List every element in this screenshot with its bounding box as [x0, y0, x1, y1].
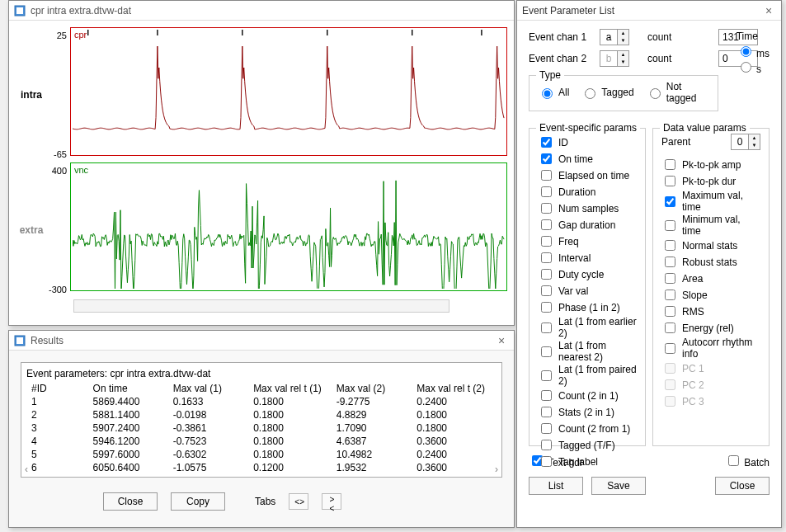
svg-rect-1	[16, 7, 23, 14]
param-titlebar[interactable]: Event Parameter List ×	[517, 1, 781, 21]
param-checkbox: PC 2	[661, 377, 760, 393]
param-checkbox[interactable]: Area	[661, 271, 760, 286]
param-checkbox[interactable]: Count (2 in 1)	[538, 388, 637, 403]
col-header: Max val rel t (1)	[250, 383, 332, 394]
tabs-narrow-button[interactable]: <>	[289, 493, 308, 510]
svg-rect-9	[16, 337, 23, 344]
col-header: Max val (1)	[170, 383, 248, 394]
results-titlebar[interactable]: Results ×	[9, 331, 514, 351]
param-checkbox[interactable]: Tag label	[538, 454, 637, 469]
up-arrow-icon[interactable]: ▲	[618, 51, 628, 59]
count1-label: count	[647, 31, 713, 43]
yaxis-vnc: 400 -300	[47, 162, 70, 298]
event-chan2-input[interactable]	[600, 51, 617, 66]
results-hscroll[interactable]: ‹›	[25, 464, 498, 475]
table-row: 15869.44000.16330.1800-9.27750.2400	[28, 396, 495, 407]
event-chan1-input[interactable]	[600, 30, 617, 45]
event-chan2-spinner[interactable]: ▲▼	[600, 50, 629, 67]
type-legend: Type	[536, 69, 564, 81]
type-nottagged-radio[interactable]: Not tagged	[646, 81, 709, 104]
results-copy-button[interactable]: Copy	[171, 492, 225, 511]
count2-label: count	[647, 53, 713, 64]
results-icon	[14, 335, 26, 346]
down-arrow-icon[interactable]: ▼	[618, 37, 628, 45]
results-textbox[interactable]: Event parameters: cpr intra extra.dtvw-d…	[21, 362, 502, 478]
event-chan2-label: Event chan 2	[529, 53, 595, 64]
down-arrow-icon[interactable]: ▼	[749, 142, 760, 149]
param-checkbox[interactable]: Pk-to-pk amp	[661, 157, 760, 172]
param-close-button[interactable]: Close	[715, 477, 770, 495]
param-checkbox: PC 1	[661, 360, 760, 376]
chart-cpr[interactable]: cpr	[70, 27, 507, 156]
event-chan1-spinner[interactable]: ▲▼	[600, 29, 629, 45]
results-header: Event parameters: cpr intra extra.dtvw-d…	[26, 368, 497, 379]
param-checkbox[interactable]: RMS	[661, 304, 760, 319]
results-close-button[interactable]: Close	[103, 492, 158, 511]
param-checkbox[interactable]: Count (2 from 1)	[538, 421, 637, 436]
parent-spinner[interactable]: ▲▼	[731, 134, 760, 150]
param-checkbox[interactable]: Slope	[661, 287, 760, 303]
param-close-icon[interactable]: ×	[761, 4, 776, 17]
col-header: On time	[90, 383, 168, 394]
batch-checkbox[interactable]: Batch	[725, 453, 770, 468]
ylabel-intra: intra	[16, 27, 47, 162]
param-checkbox[interactable]: Lat (1 from earlier 2)	[538, 316, 637, 339]
param-checkbox[interactable]: Pk-to-pk dur	[661, 173, 760, 189]
results-close-icon[interactable]: ×	[494, 334, 509, 347]
table-row: 25881.1400-0.01980.18004.88290.1800	[28, 409, 495, 421]
param-checkbox[interactable]: Num samples	[538, 200, 637, 216]
param-checkbox[interactable]: Gap duration	[538, 217, 637, 233]
time-ms-radio[interactable]: ms	[737, 48, 770, 59]
tabs-wide-button[interactable]: ><	[322, 493, 341, 510]
down-arrow-icon[interactable]: ▼	[618, 59, 628, 66]
up-arrow-icon[interactable]: ▲	[618, 30, 628, 37]
channel-name-cpr: cpr	[74, 30, 87, 40]
param-checkbox[interactable]: Stats (2 in 1)	[538, 404, 637, 420]
param-checkbox[interactable]: On time	[538, 151, 637, 167]
chart-titlebar[interactable]: cpr intra extra.dtvw-dat	[9, 1, 514, 21]
event-params-legend: Event-specific params	[536, 122, 640, 134]
table-row: 45946.1200-0.75230.18004.63870.3600	[28, 435, 495, 447]
type-tagged-radio[interactable]: Tagged	[581, 86, 633, 99]
parent-label: Parent	[661, 136, 690, 148]
param-checkbox[interactable]: Phase (1 in 2)	[538, 299, 637, 315]
up-arrow-icon[interactable]: ▲	[749, 134, 760, 142]
param-checkbox[interactable]: Elapsed on time	[538, 167, 637, 183]
results-title: Results	[31, 335, 494, 346]
parent-input[interactable]	[732, 134, 748, 149]
yaxis-cpr: 25 -65	[47, 27, 70, 162]
channel-name-vnc: vnc	[74, 165, 88, 175]
param-checkbox[interactable]: Minimum val, time	[661, 214, 760, 237]
event-chan1-label: Event chan 1	[529, 31, 595, 43]
param-checkbox[interactable]: Robust stats	[661, 254, 760, 270]
time-label: Time	[737, 31, 770, 42]
table-row: 55997.6000-0.63020.180010.49820.2400	[28, 449, 495, 460]
chart-window: cpr intra extra.dtvw-dat intra 25 -65 cp…	[8, 0, 515, 326]
param-checkbox[interactable]: Tagged (T/F)	[538, 437, 637, 453]
param-checkbox[interactable]: Maximum val, time	[661, 190, 760, 213]
table-row: 35907.2400-0.38610.18001.70900.1800	[28, 422, 495, 434]
event-params-fieldset: Event-specific params IDOn timeElapsed o…	[529, 128, 646, 446]
time-s-radio[interactable]: s	[737, 64, 761, 75]
param-checkbox[interactable]: ID	[538, 134, 637, 150]
param-checkbox[interactable]: Lat (1 from paired 2)	[538, 364, 637, 387]
param-checkbox[interactable]: Normal stats	[661, 238, 760, 253]
col-header: Max val rel t (2)	[413, 383, 495, 394]
chart-vnc[interactable]: vnc	[70, 162, 507, 291]
param-title: Event Parameter List	[522, 5, 761, 16]
param-checkbox[interactable]: Var val	[538, 283, 637, 299]
time-scrollbar[interactable]	[73, 299, 449, 313]
param-checkbox[interactable]: Energy (rel)	[661, 320, 760, 336]
results-table: #IDOn timeMax val (1)Max val rel t (1)Ma…	[26, 381, 497, 475]
data-params-legend: Data value params	[660, 122, 750, 134]
list-button[interactable]: List	[529, 477, 583, 495]
param-checkbox[interactable]: Duration	[538, 184, 637, 200]
param-checkbox[interactable]: Lat (1 from nearest 2)	[538, 340, 637, 363]
save-button[interactable]: Save	[591, 477, 646, 495]
param-checkbox[interactable]: Autocorr rhythm info	[661, 337, 760, 360]
param-checkbox[interactable]: Interval	[538, 250, 637, 266]
param-checkbox[interactable]: Freq	[538, 233, 637, 249]
param-checkbox[interactable]: Duty cycle	[538, 266, 637, 282]
tabs-label: Tabs	[255, 496, 275, 507]
type-all-radio[interactable]: All	[538, 86, 569, 99]
